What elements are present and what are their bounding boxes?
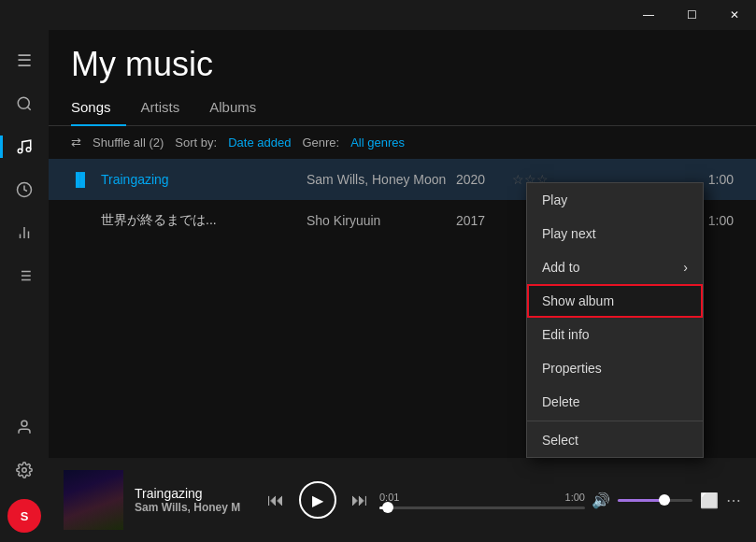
context-divider xyxy=(527,421,703,421)
svg-line-1 xyxy=(27,107,30,109)
sort-value[interactable]: Date added xyxy=(228,136,291,150)
svg-point-0 xyxy=(18,97,29,108)
context-play-next[interactable]: Play next xyxy=(527,217,703,250)
context-properties[interactable]: Properties xyxy=(527,351,703,385)
song-title: 世界が終るまでは... xyxy=(101,212,307,229)
context-edit-info[interactable]: Edit info xyxy=(527,318,703,351)
playback-controls: ⏮ ▶ ⏭ xyxy=(267,481,368,519)
minimize-button[interactable]: — xyxy=(627,0,670,30)
svg-point-15 xyxy=(22,468,27,473)
skip-back-button[interactable]: ⏮ xyxy=(267,491,284,510)
shuffle-all-label[interactable]: Shuffle all (2) xyxy=(93,136,164,150)
sidebar-bottom: S xyxy=(0,406,49,542)
time-display: 0:01 1:00 xyxy=(379,492,585,503)
progress-fill xyxy=(379,506,388,509)
toolbar: ⇄ Shuffle all (2) Sort by: Date added Ge… xyxy=(49,126,756,159)
sidebar-chart-icon[interactable] xyxy=(0,211,49,254)
song-year: 2017 xyxy=(456,213,512,228)
sidebar-settings-icon[interactable] xyxy=(0,449,49,492)
more-options-icon[interactable]: ⋯ xyxy=(726,492,741,509)
time-total: 1:00 xyxy=(565,492,585,503)
now-playing-bar: Traingazing Sam Wills, Honey M ⏮ ▶ ⏭ 0:0… xyxy=(49,458,756,542)
sidebar-menu-icon[interactable]: ☰ xyxy=(0,39,49,82)
tab-songs[interactable]: Songs xyxy=(71,92,126,126)
context-show-album[interactable]: Show album xyxy=(527,284,703,318)
play-pause-button[interactable]: ▶ xyxy=(299,481,336,519)
album-art xyxy=(64,470,123,530)
page-title: My music xyxy=(49,30,756,92)
tab-artists[interactable]: Artists xyxy=(126,92,195,126)
song-artist: Sam Wills, Honey Moon xyxy=(307,172,456,187)
context-add-to[interactable]: Add to › xyxy=(527,250,703,284)
svg-point-14 xyxy=(21,421,27,426)
maximize-button[interactable]: ☐ xyxy=(670,0,713,30)
sidebar-recent-icon[interactable] xyxy=(0,168,49,211)
shuffle-icon: ⇄ xyxy=(71,136,81,150)
volume-controls: 🔊 ⬜ ⋯ xyxy=(592,492,741,509)
song-artist: Sho Kiryuuin xyxy=(307,213,456,228)
sidebar-search-icon[interactable] xyxy=(0,82,49,125)
svg-point-3 xyxy=(26,148,31,152)
song-title: Traingazing xyxy=(101,172,307,187)
progress-bar[interactable] xyxy=(379,506,585,509)
sidebar-user-icon[interactable] xyxy=(0,406,49,449)
skip-forward-button[interactable]: ⏭ xyxy=(351,491,368,510)
progress-area: 0:01 1:00 xyxy=(379,492,573,509)
volume-bar[interactable] xyxy=(618,499,692,502)
sidebar-music-icon[interactable] xyxy=(0,125,49,168)
context-select[interactable]: Select xyxy=(527,423,703,457)
context-play[interactable]: Play xyxy=(527,183,703,217)
titlebar: — ☐ ✕ xyxy=(0,0,756,30)
context-delete[interactable]: Delete xyxy=(527,385,703,419)
now-playing-info: Traingazing Sam Wills, Honey M xyxy=(135,486,256,514)
svg-point-2 xyxy=(18,149,22,153)
time-current: 0:01 xyxy=(379,492,399,503)
song-duration: 1:00 xyxy=(708,213,734,228)
progress-thumb xyxy=(382,502,393,513)
close-button[interactable]: ✕ xyxy=(713,0,756,30)
submenu-arrow-icon: › xyxy=(683,260,688,275)
now-playing-artist: Sam Wills, Honey M xyxy=(135,501,256,514)
tab-albums[interactable]: Albums xyxy=(194,92,271,126)
sidebar-list-icon[interactable] xyxy=(0,254,49,297)
context-menu: Play Play next Add to › Show album Edit … xyxy=(526,182,704,458)
genre-label: Genre: xyxy=(302,136,339,150)
captions-icon[interactable]: ⬜ xyxy=(700,492,719,509)
song-duration: 1:00 xyxy=(708,172,734,187)
sort-by-label: Sort by: xyxy=(175,136,217,150)
genre-value[interactable]: All genres xyxy=(350,136,405,150)
volume-icon[interactable]: 🔊 xyxy=(592,492,610,509)
playing-icon: ▐▌ xyxy=(71,172,93,187)
song-year: 2020 xyxy=(456,172,512,187)
now-playing-title: Traingazing xyxy=(135,486,256,501)
tabs-bar: Songs Artists Albums xyxy=(49,92,756,126)
sidebar: ☰ xyxy=(0,30,49,542)
spotify-button[interactable]: S xyxy=(7,499,41,533)
volume-thumb xyxy=(659,494,670,506)
